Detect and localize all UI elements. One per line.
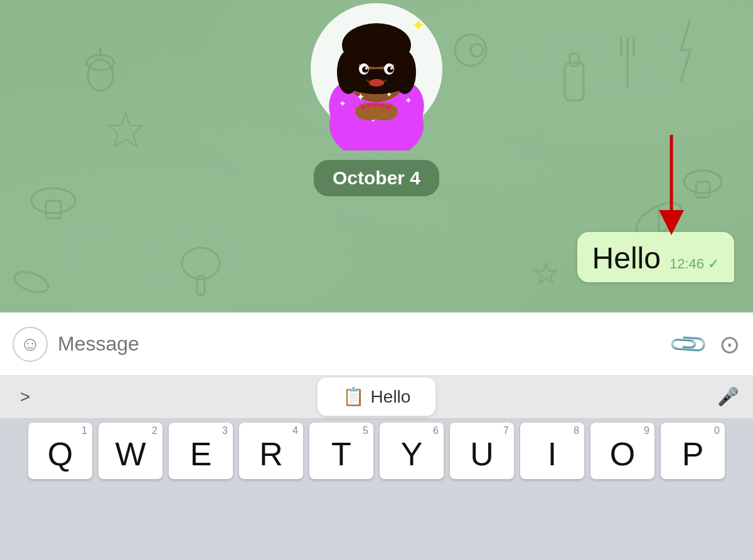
svg-rect-19 bbox=[696, 182, 710, 198]
key-number: 7 bbox=[503, 425, 509, 436]
camera-icon[interactable]: ⊙ bbox=[719, 330, 740, 359]
message-meta: 12:46 ✓ bbox=[670, 256, 719, 273]
key-number: 9 bbox=[644, 425, 649, 436]
svg-point-36 bbox=[365, 67, 368, 70]
message-input[interactable] bbox=[58, 332, 663, 356]
key-number: 2 bbox=[152, 425, 158, 436]
emoji-button[interactable]: ☺ bbox=[13, 327, 48, 362]
emoji-icon: ☺ bbox=[20, 332, 41, 356]
svg-point-0 bbox=[31, 188, 75, 213]
sticker-svg: ✦ ✦ ✦ ✦ ✦ ✦ bbox=[289, 0, 464, 151]
key-number: 6 bbox=[433, 425, 439, 436]
svg-rect-47 bbox=[380, 103, 385, 107]
keyboard-area: > 📋 Hello 🎤 1Q2W3E4R5T6Y7U8I9O0P bbox=[0, 375, 753, 560]
key-label: O bbox=[610, 435, 635, 473]
key-r[interactable]: 4R bbox=[239, 423, 303, 479]
svg-rect-46 bbox=[373, 103, 378, 107]
key-label: T bbox=[331, 435, 351, 473]
key-e[interactable]: 3E bbox=[169, 423, 233, 479]
svg-point-37 bbox=[390, 67, 393, 70]
svg-text:✦: ✦ bbox=[386, 90, 392, 99]
svg-rect-1 bbox=[46, 201, 61, 218]
red-arrow-annotation bbox=[646, 132, 697, 245]
key-q[interactable]: 1Q bbox=[28, 423, 92, 479]
svg-point-20 bbox=[12, 268, 51, 296]
svg-rect-3 bbox=[565, 63, 584, 100]
svg-point-16 bbox=[182, 248, 220, 279]
key-label: R bbox=[259, 435, 283, 473]
svg-rect-44 bbox=[361, 105, 366, 109]
suggestion-center: 📋 Hello bbox=[50, 378, 703, 416]
input-right-icons: 📎 ⊙ bbox=[673, 329, 740, 359]
svg-rect-45 bbox=[367, 103, 372, 107]
keyboard-top-row: 1Q2W3E4R5T6Y7U8I9O0P bbox=[0, 419, 753, 479]
attachment-icon[interactable]: 📎 bbox=[667, 322, 710, 366]
svg-marker-53 bbox=[659, 210, 684, 235]
svg-text:✦: ✦ bbox=[356, 92, 365, 102]
suggestion-bar: > 📋 Hello 🎤 bbox=[0, 375, 753, 419]
svg-marker-21 bbox=[535, 263, 557, 283]
suggestion-word: Hello bbox=[371, 387, 411, 407]
clipboard-icon: 📋 bbox=[343, 386, 365, 407]
svg-rect-4 bbox=[570, 53, 579, 66]
key-number: 0 bbox=[714, 425, 720, 436]
svg-point-34 bbox=[362, 66, 368, 73]
suggestion-pill[interactable]: 📋 Hello bbox=[318, 378, 436, 416]
key-number: 5 bbox=[363, 425, 368, 436]
svg-point-15 bbox=[471, 44, 483, 56]
message-input-area[interactable]: ☺ 📎 ⊙ bbox=[0, 312, 753, 375]
key-label: U bbox=[470, 435, 494, 473]
outgoing-message-container: Hello 12:46 ✓ bbox=[577, 232, 734, 282]
key-i[interactable]: 8I bbox=[520, 423, 584, 479]
key-label: Q bbox=[48, 435, 73, 473]
key-number: 3 bbox=[222, 425, 228, 436]
key-p[interactable]: 0P bbox=[661, 423, 725, 479]
message-status-icon: ✓ bbox=[708, 256, 719, 272]
svg-text:✦: ✦ bbox=[339, 98, 346, 108]
date-badge: October 4 bbox=[314, 160, 439, 196]
key-label: W bbox=[115, 435, 146, 473]
key-label: I bbox=[548, 435, 557, 473]
key-y[interactable]: 6Y bbox=[380, 423, 444, 479]
message-text: Hello bbox=[592, 243, 661, 273]
key-label: Y bbox=[401, 435, 423, 473]
svg-point-12 bbox=[87, 55, 114, 70]
suggestion-mic[interactable]: 🎤 bbox=[703, 375, 753, 418]
suggestion-expand-button[interactable]: > bbox=[0, 375, 50, 418]
svg-rect-17 bbox=[197, 276, 205, 295]
chat-area: 10:05 October 4 bbox=[0, 0, 753, 312]
message-timestamp: 12:46 bbox=[670, 256, 704, 272]
svg-point-38 bbox=[369, 79, 384, 87]
key-w[interactable]: 2W bbox=[99, 423, 163, 479]
expand-icon: > bbox=[20, 387, 30, 407]
svg-text:✦: ✦ bbox=[405, 95, 412, 105]
key-o[interactable]: 9O bbox=[590, 423, 654, 479]
svg-rect-48 bbox=[386, 105, 391, 109]
key-number: 8 bbox=[574, 425, 579, 436]
mic-icon: 🎤 bbox=[717, 386, 739, 407]
svg-text:✦: ✦ bbox=[411, 16, 425, 35]
key-t[interactable]: 5T bbox=[309, 423, 373, 479]
key-label: P bbox=[682, 435, 704, 473]
date-label: October 4 bbox=[333, 167, 420, 188]
sticker: ✦ ✦ ✦ ✦ ✦ ✦ bbox=[289, 0, 464, 151]
key-number: 1 bbox=[82, 425, 87, 436]
key-label: E bbox=[190, 435, 212, 473]
svg-point-35 bbox=[387, 66, 393, 73]
svg-marker-2 bbox=[108, 113, 143, 147]
svg-point-11 bbox=[88, 60, 113, 91]
key-number: 4 bbox=[292, 425, 298, 436]
key-u[interactable]: 7U bbox=[450, 423, 514, 479]
